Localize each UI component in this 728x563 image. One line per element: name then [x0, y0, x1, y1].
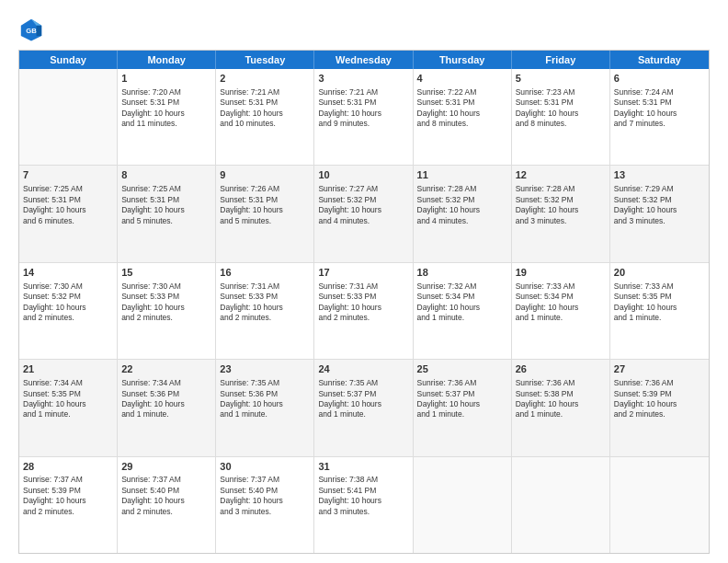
day-info: and 3 minutes. — [318, 507, 408, 517]
calendar-row: 7Sunrise: 7:25 AMSunset: 5:31 PMDaylight… — [19, 166, 709, 262]
day-info: Sunset: 5:35 PM — [23, 389, 113, 399]
day-number: 11 — [417, 168, 507, 182]
day-info: Sunset: 5:39 PM — [23, 486, 113, 496]
day-info: Sunrise: 7:21 AM — [318, 87, 408, 98]
day-info: Daylight: 10 hours — [614, 205, 705, 215]
day-info: and 1 minute. — [614, 313, 705, 323]
calendar-cell: 25Sunrise: 7:36 AMSunset: 5:37 PMDayligh… — [414, 360, 512, 455]
day-info: Sunset: 5:33 PM — [318, 292, 408, 302]
day-info: Daylight: 10 hours — [23, 205, 113, 215]
day-number: 27 — [614, 362, 705, 376]
day-info: Daylight: 10 hours — [220, 496, 310, 506]
day-info: Sunset: 5:31 PM — [220, 195, 310, 205]
day-info: Sunset: 5:37 PM — [318, 389, 408, 399]
day-info: and 1 minute. — [417, 409, 507, 419]
day-info: and 2 minutes. — [318, 313, 408, 323]
day-info: Sunrise: 7:25 AM — [121, 184, 211, 194]
svg-marker-2 — [37, 26, 42, 36]
day-number: 1 — [121, 72, 211, 86]
calendar-body: 1Sunrise: 7:20 AMSunset: 5:31 PMDaylight… — [19, 69, 709, 553]
day-info: Daylight: 10 hours — [318, 205, 408, 215]
day-number: 8 — [121, 168, 211, 182]
day-info: Sunrise: 7:35 AM — [318, 378, 408, 388]
day-info: Daylight: 10 hours — [614, 109, 705, 119]
day-info: and 7 minutes. — [614, 119, 705, 129]
header: GB — [18, 17, 710, 42]
calendar-cell: 14Sunrise: 7:30 AMSunset: 5:32 PMDayligh… — [19, 263, 118, 359]
calendar-cell: 17Sunrise: 7:31 AMSunset: 5:33 PMDayligh… — [314, 263, 413, 359]
calendar-header: SundayMondayTuesdayWednesdayThursdayFrid… — [19, 51, 709, 69]
day-info: Daylight: 10 hours — [417, 109, 507, 119]
calendar-cell: 8Sunrise: 7:25 AMSunset: 5:31 PMDaylight… — [118, 166, 216, 261]
day-info: Sunset: 5:34 PM — [417, 292, 507, 302]
calendar-cell: 27Sunrise: 7:36 AMSunset: 5:39 PMDayligh… — [610, 360, 709, 455]
day-info: Sunrise: 7:29 AM — [614, 184, 705, 194]
day-number: 18 — [417, 266, 507, 280]
calendar-day-header: Tuesday — [216, 51, 314, 69]
day-number: 20 — [614, 266, 705, 280]
day-number: 6 — [614, 72, 705, 86]
day-info: and 10 minutes. — [220, 119, 310, 129]
day-info: Sunset: 5:40 PM — [220, 486, 310, 496]
day-info: Sunrise: 7:20 AM — [121, 87, 211, 98]
page: GB SundayMondayTuesdayWednesdayThursdayF… — [0, 0, 728, 563]
day-info: and 1 minute. — [318, 409, 408, 419]
day-info: Sunset: 5:31 PM — [516, 98, 606, 108]
day-info: and 2 minutes. — [23, 507, 113, 517]
day-info: and 2 minutes. — [121, 313, 211, 323]
day-info: Daylight: 10 hours — [220, 399, 310, 409]
calendar-cell: 13Sunrise: 7:29 AMSunset: 5:32 PMDayligh… — [610, 166, 709, 261]
day-info: and 3 minutes. — [614, 216, 705, 226]
day-info: Daylight: 10 hours — [614, 399, 705, 409]
day-info: Sunrise: 7:34 AM — [23, 378, 113, 388]
day-info: and 8 minutes. — [516, 119, 606, 129]
day-info: Sunrise: 7:21 AM — [220, 87, 310, 98]
day-number: 30 — [220, 460, 310, 474]
day-number: 26 — [516, 362, 606, 376]
day-number: 31 — [318, 460, 408, 474]
day-info: and 1 minute. — [516, 313, 606, 323]
day-info: Sunrise: 7:33 AM — [614, 282, 705, 292]
day-info: Sunrise: 7:31 AM — [318, 282, 408, 292]
day-number: 16 — [220, 266, 310, 280]
day-info: and 6 minutes. — [23, 216, 113, 226]
calendar-cell: 19Sunrise: 7:33 AMSunset: 5:34 PMDayligh… — [512, 263, 610, 359]
calendar-cell: 9Sunrise: 7:26 AMSunset: 5:31 PMDaylight… — [216, 166, 314, 261]
day-info: Daylight: 10 hours — [417, 303, 507, 313]
day-info: Daylight: 10 hours — [516, 399, 606, 409]
calendar-cell: 30Sunrise: 7:37 AMSunset: 5:40 PMDayligh… — [216, 457, 314, 553]
day-info: Daylight: 10 hours — [23, 399, 113, 409]
day-number: 5 — [516, 72, 606, 86]
day-info: Sunrise: 7:30 AM — [121, 282, 211, 292]
day-info: Sunset: 5:32 PM — [23, 292, 113, 302]
day-info: Sunset: 5:32 PM — [318, 195, 408, 205]
day-info: Daylight: 10 hours — [417, 399, 507, 409]
calendar-cell: 3Sunrise: 7:21 AMSunset: 5:31 PMDaylight… — [314, 69, 413, 165]
calendar-day-header: Monday — [118, 51, 216, 69]
calendar-day-header: Friday — [512, 51, 610, 69]
day-number: 23 — [220, 362, 310, 376]
day-info: Daylight: 10 hours — [220, 109, 310, 119]
day-info: and 4 minutes. — [417, 216, 507, 226]
day-info: Sunset: 5:31 PM — [417, 98, 507, 108]
calendar-cell: 31Sunrise: 7:38 AMSunset: 5:41 PMDayligh… — [314, 457, 413, 553]
day-info: Sunrise: 7:37 AM — [220, 475, 310, 485]
day-info: Daylight: 10 hours — [318, 303, 408, 313]
day-info: and 2 minutes. — [121, 507, 211, 517]
day-number: 3 — [318, 72, 408, 86]
day-info: Sunrise: 7:36 AM — [516, 378, 606, 388]
day-info: Sunset: 5:31 PM — [220, 98, 310, 108]
day-info: Sunrise: 7:37 AM — [23, 475, 113, 485]
day-info: Sunrise: 7:30 AM — [23, 282, 113, 292]
day-info: and 1 minute. — [417, 313, 507, 323]
day-info: Sunset: 5:31 PM — [121, 195, 211, 205]
calendar-row: 14Sunrise: 7:30 AMSunset: 5:32 PMDayligh… — [19, 263, 709, 360]
day-info: Daylight: 10 hours — [516, 109, 606, 119]
calendar-cell: 18Sunrise: 7:32 AMSunset: 5:34 PMDayligh… — [414, 263, 512, 359]
day-info: Daylight: 10 hours — [614, 303, 705, 313]
calendar-cell: 21Sunrise: 7:34 AMSunset: 5:35 PMDayligh… — [19, 360, 118, 455]
day-info: Sunset: 5:41 PM — [318, 486, 408, 496]
day-number: 21 — [23, 362, 113, 376]
day-info: and 8 minutes. — [417, 119, 507, 129]
day-info: Sunrise: 7:26 AM — [220, 184, 310, 194]
